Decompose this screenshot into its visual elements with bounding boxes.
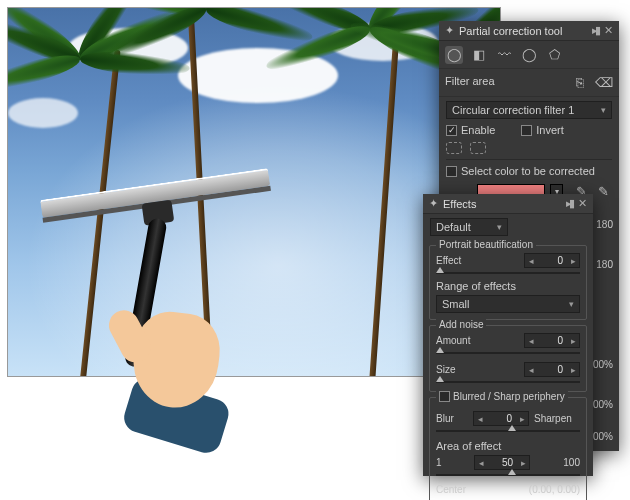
wand-icon: ✦ bbox=[429, 197, 438, 210]
area-spinner[interactable]: ◂ 50 ▸ bbox=[474, 455, 530, 470]
eyedropper-minus-icon[interactable]: ✎ bbox=[595, 182, 612, 200]
range-dropdown[interactable]: Small ▾ bbox=[436, 295, 580, 313]
periphery-legend: Blurred / Sharp periphery bbox=[453, 391, 565, 402]
polygon-tool-icon[interactable]: ⬠ bbox=[545, 46, 563, 64]
panel-titlebar[interactable]: ✦ Effects ▸▮ ✕ bbox=[423, 194, 593, 214]
wand-icon: ✦ bbox=[445, 24, 454, 37]
gradient-tool-icon[interactable]: ◧ bbox=[470, 46, 488, 64]
effect-spinner[interactable]: ◂ 0 ▸ bbox=[524, 253, 580, 268]
size-spinner[interactable]: ◂ 0 ▸ bbox=[524, 362, 580, 377]
filter-dropdown[interactable]: Circular correction filter 1 ▾ bbox=[446, 101, 612, 119]
range-value: Small bbox=[442, 298, 470, 310]
amount-spinner[interactable]: ◂ 0 ▸ bbox=[524, 333, 580, 348]
delete-filter-icon[interactable]: ⌫ bbox=[595, 74, 613, 92]
decrement-icon[interactable]: ◂ bbox=[475, 458, 487, 468]
area-value: 50 bbox=[487, 457, 517, 468]
periphery-slider[interactable] bbox=[436, 428, 580, 434]
close-icon[interactable]: ✕ bbox=[604, 24, 613, 37]
pin-icon[interactable]: ▸▮ bbox=[566, 197, 572, 210]
amount-slider[interactable] bbox=[436, 350, 580, 356]
effects-panel: ✦ Effects ▸▮ ✕ Default ▾ Portrait beauti… bbox=[423, 194, 593, 476]
select-color-checkbox[interactable] bbox=[446, 166, 457, 177]
increment-icon[interactable]: ▸ bbox=[516, 414, 528, 424]
area-min: 1 bbox=[436, 457, 446, 468]
noise-fieldset: Add noise Amount ◂ 0 ▸ Size ◂ 0 ▸ bbox=[429, 325, 587, 392]
select-color-label: Select color to be corrected bbox=[461, 165, 595, 177]
mask-tool-b-icon[interactable] bbox=[470, 142, 486, 154]
increment-icon[interactable]: ▸ bbox=[567, 365, 579, 375]
size-slider[interactable] bbox=[436, 379, 580, 385]
size-label: Size bbox=[436, 364, 468, 375]
periphery-value: 0 bbox=[486, 413, 516, 424]
decrement-icon[interactable]: ◂ bbox=[525, 336, 537, 346]
invert-label: Invert bbox=[536, 124, 564, 136]
amount-value: 0 bbox=[537, 335, 567, 346]
panel-title: Effects bbox=[443, 198, 566, 210]
periphery-checkbox[interactable] bbox=[439, 391, 450, 402]
sharpen-label: Sharpen bbox=[534, 413, 572, 424]
periphery-spinner[interactable]: ◂ 0 ▸ bbox=[473, 411, 529, 426]
decrement-icon[interactable]: ◂ bbox=[525, 256, 537, 266]
amount-label: Amount bbox=[436, 335, 470, 346]
increment-icon[interactable]: ▸ bbox=[567, 336, 579, 346]
blur-label: Blur bbox=[436, 413, 468, 424]
portrait-fieldset: Portrait beautification Effect ◂ 0 ▸ Ran… bbox=[429, 245, 587, 320]
decrement-icon[interactable]: ◂ bbox=[525, 365, 537, 375]
increment-icon[interactable]: ▸ bbox=[567, 256, 579, 266]
effect-slider[interactable] bbox=[436, 270, 580, 276]
chevron-down-icon: ▾ bbox=[601, 105, 606, 115]
preset-value: Default bbox=[436, 221, 471, 233]
chevron-down-icon: ▾ bbox=[569, 299, 574, 309]
range-label: Range of effects bbox=[436, 280, 580, 292]
copy-filter-icon[interactable]: ⎘ bbox=[571, 74, 589, 92]
effect-value: 0 bbox=[537, 255, 567, 266]
filter-area-label: Filter area bbox=[445, 75, 495, 87]
size-value: 0 bbox=[537, 364, 567, 375]
area-label: Area of effect bbox=[436, 440, 580, 452]
noise-legend: Add noise bbox=[436, 319, 486, 330]
effect-label: Effect bbox=[436, 255, 468, 266]
portrait-legend: Portrait beautification bbox=[436, 239, 536, 250]
close-icon[interactable]: ✕ bbox=[578, 197, 587, 210]
enable-label: Enable bbox=[461, 124, 495, 136]
periphery-fieldset: Blurred / Sharp periphery Blur ◂ 0 ▸ Sha… bbox=[429, 397, 587, 500]
area-slider[interactable] bbox=[436, 472, 580, 478]
increment-icon[interactable]: ▸ bbox=[517, 458, 529, 468]
area-max: 100 bbox=[558, 457, 580, 468]
shape-toolbar: ◯ ◧ 〰 ◯ ⬠ bbox=[439, 41, 619, 69]
brush-tool-icon[interactable]: 〰 bbox=[495, 46, 513, 64]
filter-dropdown-value: Circular correction filter 1 bbox=[452, 104, 574, 116]
preset-dropdown[interactable]: Default ▾ bbox=[430, 218, 508, 236]
pin-icon[interactable]: ▸▮ bbox=[592, 24, 598, 37]
invert-checkbox[interactable] bbox=[521, 125, 532, 136]
center-label: Center bbox=[436, 484, 468, 495]
mask-tool-a-icon[interactable] bbox=[446, 142, 462, 154]
panel-titlebar[interactable]: ✦ Partial correction tool ▸▮ ✕ bbox=[439, 21, 619, 41]
center-value: (0.00, 0.00) bbox=[529, 484, 580, 495]
cloud bbox=[8, 98, 78, 128]
enable-checkbox[interactable] bbox=[446, 125, 457, 136]
decrement-icon[interactable]: ◂ bbox=[474, 414, 486, 424]
chevron-down-icon: ▾ bbox=[497, 222, 502, 232]
circle-tool-icon[interactable]: ◯ bbox=[445, 46, 463, 64]
lasso-tool-icon[interactable]: ◯ bbox=[520, 46, 538, 64]
panel-title: Partial correction tool bbox=[459, 25, 592, 37]
